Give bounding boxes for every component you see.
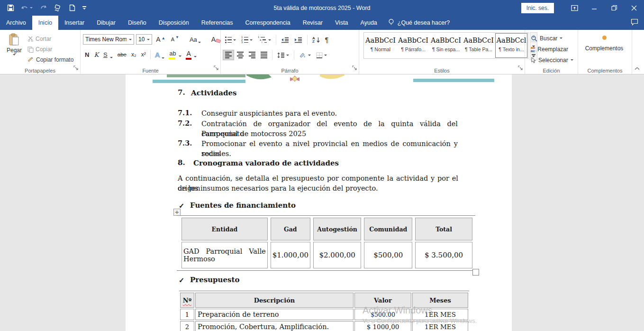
- funding-header-entidad[interactable]: Entidad: [181, 218, 268, 240]
- underline-dropdown-icon[interactable]: [110, 57, 113, 58]
- undo-dropdown-icon[interactable]: [30, 7, 33, 9]
- format-painter-button[interactable]: Copiar formato: [26, 55, 75, 65]
- funding-header-comunidad[interactable]: Comunidad: [364, 218, 412, 240]
- tab-inicio[interactable]: Inicio: [32, 16, 58, 30]
- decrease-indent-button[interactable]: [279, 36, 291, 45]
- tell-me-box[interactable]: ¿Qué desea hacer?: [383, 16, 455, 30]
- tab-vista[interactable]: Vista: [329, 16, 354, 30]
- style-parrafo[interactable]: AaBbCcI¶ Párrafo...: [398, 34, 429, 57]
- paragraph-dialog-launcher-icon[interactable]: [352, 64, 357, 73]
- underline-button[interactable]: S: [101, 50, 115, 59]
- font-color-dropdown-icon[interactable]: [194, 56, 197, 57]
- styles-dialog-launcher-icon[interactable]: [518, 64, 523, 73]
- budget-header-no[interactable]: Nº: [180, 293, 194, 308]
- funding-cell-comunidad[interactable]: $500,00: [364, 242, 412, 268]
- tab-disposicion[interactable]: Disposición: [153, 16, 195, 30]
- multilevel-list-button[interactable]: 1ai: [256, 35, 273, 45]
- shrink-font-button[interactable]: A▼: [169, 36, 181, 43]
- line-spacing-button[interactable]: [275, 51, 291, 60]
- change-case-button[interactable]: Aa: [188, 35, 203, 44]
- customize-qat-icon[interactable]: [82, 6, 86, 9]
- italic-button[interactable]: K: [92, 50, 100, 59]
- numbering-dropdown-icon[interactable]: [250, 39, 253, 41]
- align-center-button[interactable]: [235, 50, 245, 60]
- budget-header-descripcion[interactable]: Descripción: [195, 293, 354, 308]
- style-normal[interactable]: AaBbCcI¶ Normal: [365, 34, 396, 57]
- clipboard-dialog-launcher-icon[interactable]: [73, 64, 79, 73]
- funding-cell-total[interactable]: $ 3.500,00: [415, 242, 472, 268]
- text-effects-button[interactable]: A: [153, 50, 167, 60]
- cut-button[interactable]: Cortar: [26, 34, 75, 44]
- funding-cell-gad[interactable]: $1.000,00: [271, 242, 310, 268]
- eraser-icon[interactable]: [54, 4, 62, 11]
- bullets-button[interactable]: [223, 35, 238, 45]
- minimize-button[interactable]: [584, 0, 604, 16]
- tab-archivo[interactable]: Archivo: [0, 16, 32, 30]
- grow-font-button[interactable]: A▲: [154, 35, 167, 44]
- select-dropdown-icon[interactable]: [571, 59, 573, 61]
- tab-revisar[interactable]: Revisar: [297, 16, 329, 30]
- style-texto-independiente[interactable]: AaBbCcl¶ Texto in...: [496, 34, 527, 57]
- tab-insertar[interactable]: Insertar: [58, 16, 91, 30]
- copy-button[interactable]: Copiar: [26, 44, 75, 55]
- replace-button[interactable]: abac Reemplazar: [530, 44, 575, 55]
- font-dialog-launcher-icon[interactable]: [214, 64, 219, 73]
- multilevel-dropdown-icon[interactable]: [268, 39, 271, 41]
- redo-icon[interactable]: [40, 5, 47, 11]
- bullets-dropdown-icon[interactable]: [233, 39, 236, 41]
- bold-button[interactable]: N: [83, 50, 91, 59]
- numbering-button[interactable]: 123: [239, 35, 254, 45]
- borders-button[interactable]: [314, 51, 329, 60]
- tab-correspondencia[interactable]: Correspondencia: [239, 16, 296, 30]
- find-dropdown-icon[interactable]: [560, 37, 562, 39]
- sort-button[interactable]: AZ: [310, 35, 322, 45]
- collapse-ribbon-icon[interactable]: [634, 64, 640, 73]
- document-page[interactable]: 7. Actividades 7.1. Conseguir auspiciant…: [126, 74, 512, 331]
- select-button[interactable]: Seleccionar: [530, 55, 575, 65]
- highlight-button[interactable]: ab: [167, 49, 183, 60]
- save-icon[interactable]: [7, 4, 14, 11]
- subscript-button[interactable]: x₂: [129, 50, 138, 59]
- paste-dropdown-icon[interactable]: [13, 54, 16, 55]
- restore-button[interactable]: [604, 0, 624, 16]
- budget-r2-no[interactable]: 2: [180, 321, 194, 331]
- align-left-button[interactable]: [223, 50, 234, 60]
- style-table-paragraph[interactable]: AaBbCcI¶ Table Pa...: [463, 34, 494, 57]
- line-spacing-dropdown-icon[interactable]: [286, 55, 289, 56]
- find-button[interactable]: Buscar: [530, 33, 575, 44]
- align-right-button[interactable]: [247, 50, 257, 60]
- shading-dropdown-icon[interactable]: [308, 55, 311, 56]
- funding-cell-autogestion[interactable]: $2.000,00: [313, 242, 362, 268]
- funding-table[interactable]: Entidad Gad Autogestión Comunidad Total …: [177, 215, 475, 271]
- table-resize-handle[interactable]: [472, 269, 479, 276]
- feedback-icon[interactable]: [631, 18, 638, 27]
- budget-r1-no[interactable]: 1: [180, 309, 194, 320]
- funding-header-gad[interactable]: Gad: [271, 218, 310, 240]
- funding-header-autogestion[interactable]: Autogestión: [313, 218, 362, 240]
- paste-button[interactable]: Pegar: [2, 31, 26, 66]
- budget-r2-desc[interactable]: Promoción, Cobertura, Amplificación.: [195, 321, 354, 331]
- funding-header-total[interactable]: Total: [415, 218, 472, 240]
- borders-dropdown-icon[interactable]: [324, 55, 327, 56]
- font-name-dropdown-icon[interactable]: [129, 39, 132, 40]
- increase-indent-button[interactable]: [292, 36, 304, 45]
- justify-button[interactable]: [259, 50, 269, 60]
- superscript-button[interactable]: x²: [139, 50, 148, 59]
- addins-button[interactable]: Complementos: [581, 31, 628, 52]
- font-size-dropdown-icon[interactable]: [147, 39, 150, 40]
- font-color-button[interactable]: A: [184, 49, 198, 60]
- strikethrough-button[interactable]: abe: [116, 51, 128, 58]
- font-size-combo[interactable]: 10: [136, 34, 152, 45]
- tab-dibujar[interactable]: Dibujar: [91, 16, 122, 30]
- font-name-combo[interactable]: Times New Roma: [83, 34, 134, 45]
- tab-diseno[interactable]: Diseño: [122, 16, 153, 30]
- undo-icon[interactable]: [21, 5, 33, 11]
- ribbon-display-options-icon[interactable]: [564, 0, 584, 16]
- budget-r1-desc[interactable]: Preparación de terreno: [195, 309, 354, 320]
- sign-in-button[interactable]: Inic. ses.: [521, 3, 554, 13]
- highlight-dropdown-icon[interactable]: [179, 55, 181, 57]
- table-move-handle[interactable]: ✛: [173, 209, 181, 216]
- shading-button[interactable]: [297, 51, 313, 60]
- new-document-icon[interactable]: [69, 4, 75, 11]
- tab-ayuda[interactable]: Ayuda: [354, 16, 383, 30]
